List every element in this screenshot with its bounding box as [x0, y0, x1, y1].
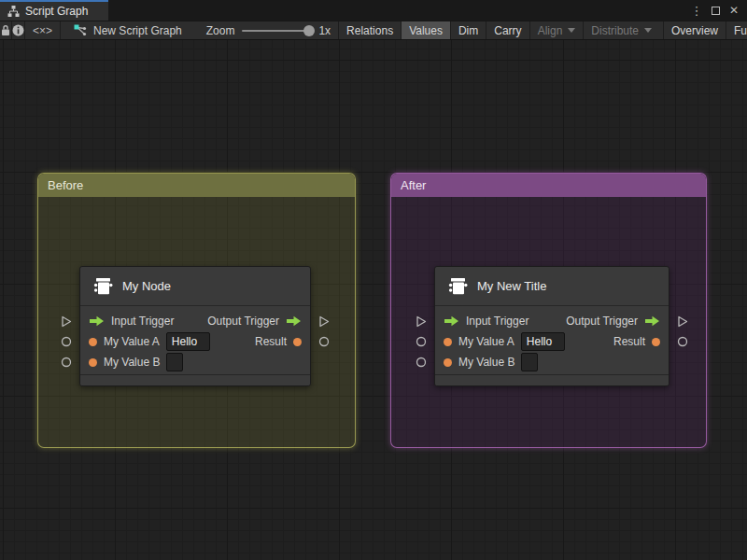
port-row: Input Trigger Output Trigger	[80, 311, 310, 331]
control-input-port[interactable]	[60, 311, 73, 331]
my-value-b-input[interactable]	[521, 353, 538, 371]
group-after-label: After	[401, 178, 426, 192]
zoom-value: 1x	[318, 24, 331, 37]
lock-icon	[0, 24, 11, 36]
port-row: My Value A Result	[435, 331, 669, 352]
value-port-icon	[89, 338, 97, 346]
output-ports	[676, 311, 689, 352]
code-preview-button[interactable]: <×>	[25, 21, 61, 39]
trigger-out-icon	[644, 315, 660, 327]
zoom-label: Zoom	[206, 24, 235, 37]
port-row: My Value B	[435, 352, 669, 372]
node-title: My New Title	[477, 279, 546, 293]
input-ports	[60, 311, 73, 372]
input-ports	[415, 311, 428, 372]
close-icon[interactable]: ✕	[726, 3, 741, 18]
overview-button[interactable]: Overview	[663, 21, 726, 39]
hierarchy-icon	[7, 6, 20, 17]
value-output-port[interactable]	[317, 331, 331, 352]
align-dropdown[interactable]: Align	[529, 21, 584, 39]
value-port-icon	[89, 358, 97, 367]
value-input-port[interactable]	[60, 352, 73, 372]
value-port-icon	[444, 338, 452, 346]
trigger-in-icon	[89, 315, 105, 327]
zoom-slider-knob[interactable]	[303, 25, 315, 36]
graph-name-label: New Script Graph	[93, 24, 182, 37]
my-value-a-input[interactable]	[166, 332, 210, 351]
info-button[interactable]	[12, 21, 25, 39]
value-input-port[interactable]	[60, 331, 73, 352]
my-value-b-input[interactable]	[166, 353, 183, 371]
distribute-dropdown[interactable]: Distribute	[583, 21, 659, 39]
trigger-out-icon	[286, 315, 302, 327]
unit-node-icon	[92, 276, 114, 297]
carry-button[interactable]: Carry	[486, 21, 529, 39]
tab-title: Script Graph	[25, 5, 88, 18]
group-before-label: Before	[48, 178, 83, 192]
control-output-port[interactable]	[317, 311, 331, 331]
graph-icon	[74, 24, 87, 36]
group-before-header[interactable]: Before	[38, 174, 355, 197]
relations-button[interactable]: Relations	[338, 21, 401, 39]
node-title: My Node	[122, 279, 171, 293]
info-icon	[12, 24, 24, 36]
tab-bar: Script Graph ⋮ ✕	[0, 0, 747, 21]
control-output-port[interactable]	[676, 311, 689, 331]
control-input-port[interactable]	[415, 311, 428, 331]
port-row: My Value B	[80, 352, 310, 372]
chevron-down-icon	[644, 28, 652, 33]
value-input-port[interactable]	[415, 331, 428, 352]
zoom-slider[interactable]	[242, 30, 311, 32]
node-ports: Input Trigger Output Trigger My Valu	[80, 306, 310, 374]
graph-canvas[interactable]: Before After My Node	[0, 40, 747, 560]
value-port-icon	[293, 338, 302, 346]
lock-button[interactable]	[0, 21, 12, 39]
node-footer	[80, 374, 310, 385]
values-button[interactable]: Values	[401, 21, 450, 39]
window-controls: ⋮ ✕	[689, 0, 747, 21]
value-output-port[interactable]	[676, 331, 689, 352]
group-after-header[interactable]: After	[391, 174, 706, 197]
trigger-in-icon	[444, 315, 459, 327]
my-value-a-input[interactable]	[521, 332, 565, 351]
chevron-down-icon	[568, 28, 575, 33]
dim-button[interactable]: Dim	[450, 21, 486, 39]
value-port-icon	[652, 338, 660, 346]
output-ports	[317, 311, 331, 352]
value-port-icon	[444, 358, 452, 367]
node-header[interactable]: My New Title	[435, 267, 669, 306]
tab-script-graph[interactable]: Script Graph	[0, 0, 108, 21]
script-graph-window: Script Graph ⋮ ✕ <×>	[0, 0, 747, 560]
node-header[interactable]: My Node	[80, 267, 310, 306]
maximize-icon[interactable]	[708, 3, 723, 18]
node-ports: Input Trigger Output Trigger My Valu	[435, 306, 669, 374]
node-my-new-title[interactable]: My New Title Input Trigger Output Trigge…	[434, 266, 669, 386]
full-screen-button[interactable]: Full Screen	[726, 21, 747, 39]
node-footer	[435, 374, 669, 385]
zoom-control: Zoom 1x	[191, 21, 338, 39]
graph-toolbar: <×> New Script Graph Zoom 1x Relations V…	[0, 21, 747, 40]
menu-kebab-icon[interactable]: ⋮	[689, 3, 704, 18]
toolbar-right-group: Relations Values Dim Carry Align Distrib…	[338, 21, 747, 39]
value-input-port[interactable]	[415, 352, 428, 372]
unit-node-icon	[446, 276, 469, 297]
port-row: Input Trigger Output Trigger	[435, 311, 669, 331]
port-row: My Value A Result	[80, 331, 310, 352]
node-my-node[interactable]: My Node Input Trigger Output Trigger	[79, 266, 311, 386]
graph-name[interactable]: New Script Graph	[61, 21, 191, 39]
